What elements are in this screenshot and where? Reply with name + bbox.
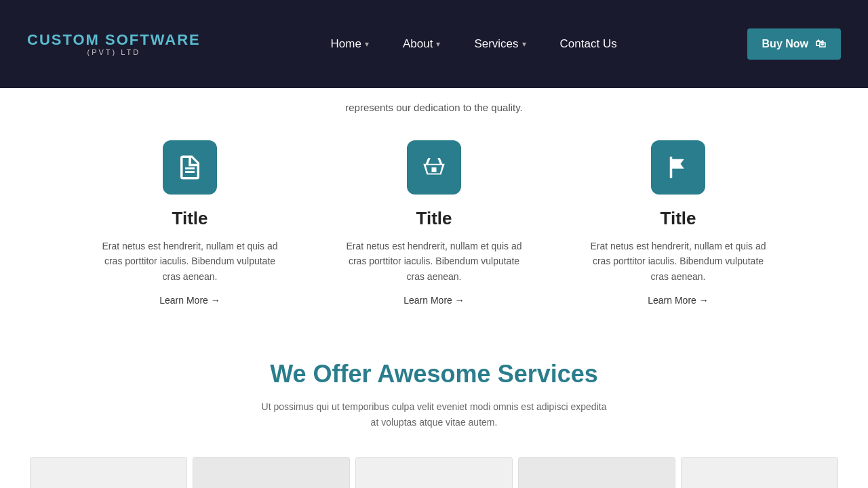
- buy-now-button[interactable]: Buy Now 🛍: [747, 28, 841, 60]
- card-2-title: Title: [416, 208, 452, 229]
- nav-links: Home ▾ About ▾ Services ▾ Contact Us: [317, 30, 631, 58]
- card-3-learn-more[interactable]: Learn More →: [648, 295, 708, 306]
- nav-label-about: About: [403, 37, 433, 51]
- nav-label-services: Services: [474, 37, 518, 51]
- nav-item-contact[interactable]: Contact Us: [547, 30, 631, 58]
- basket-icon: [420, 153, 448, 182]
- nav-link-services[interactable]: Services ▾: [460, 30, 539, 58]
- nav-link-contact[interactable]: Contact Us: [547, 30, 631, 58]
- card-1-icon-bg: [163, 140, 217, 195]
- nav-item-about[interactable]: About ▾: [389, 30, 454, 58]
- services-section: We Offer Awesome Services Ut possimus qu…: [0, 333, 868, 457]
- dropdown-arrow-home: ▾: [365, 39, 369, 49]
- card-3: Title Erat netus est hendrerit, nullam e…: [583, 140, 773, 306]
- service-cards-row: [0, 457, 868, 488]
- service-card-2: [193, 457, 350, 488]
- card-2-icon-bg: [407, 140, 461, 195]
- brand-name-top: CUSTOM SOFTWARE: [27, 32, 201, 48]
- brand-name-sub: (PVT) LTD: [27, 48, 201, 56]
- nav-link-home[interactable]: Home ▾: [317, 30, 382, 58]
- buy-now-label: Buy Now: [762, 38, 808, 50]
- card-3-title: Title: [660, 208, 696, 229]
- services-subtitle: Ut possimus qui ut temporibus culpa veli…: [258, 399, 610, 430]
- card-3-icon-bg: [651, 140, 705, 195]
- dropdown-arrow-about: ▾: [436, 39, 440, 49]
- card-1-desc: Erat netus est hendrerit, nullam et quis…: [95, 239, 285, 284]
- nav-item-home[interactable]: Home ▾: [317, 30, 382, 58]
- services-title-bold: Services: [498, 360, 598, 388]
- shopping-bag-icon: 🛍: [815, 38, 826, 50]
- document-icon: [176, 153, 204, 182]
- nav-item-services[interactable]: Services ▾: [460, 30, 539, 58]
- card-1-learn-more[interactable]: Learn More →: [159, 295, 220, 306]
- brand-logo: CUSTOM SOFTWARE (PVT) LTD: [27, 32, 201, 56]
- nav-link-about[interactable]: About ▾: [389, 30, 454, 58]
- service-card-4: [518, 457, 675, 488]
- service-card-3: [355, 457, 513, 488]
- services-title-plain: We Offer Awesome: [270, 360, 497, 388]
- nav-label-home: Home: [331, 37, 361, 51]
- card-1-title: Title: [172, 208, 208, 229]
- service-card-1: [30, 457, 187, 488]
- service-card-5: [681, 457, 838, 488]
- card-2: Title Erat netus est hendrerit, nullam e…: [339, 140, 529, 306]
- card-2-desc: Erat netus est hendrerit, nullam et quis…: [339, 239, 529, 284]
- sub-text-section: represents our dedication to the quality…: [0, 88, 868, 120]
- card-1: Title Erat netus est hendrerit, nullam e…: [95, 140, 285, 306]
- dropdown-arrow-services: ▾: [522, 39, 526, 49]
- card-2-learn-more[interactable]: Learn More →: [403, 295, 464, 306]
- nav-label-contact: Contact Us: [560, 37, 617, 51]
- navbar: CUSTOM SOFTWARE (PVT) LTD Home ▾ About ▾…: [0, 0, 868, 88]
- flag-icon: [664, 153, 692, 182]
- services-heading: We Offer Awesome Services: [27, 360, 841, 388]
- card-3-desc: Erat netus est hendrerit, nullam et quis…: [583, 239, 773, 284]
- sub-text: represents our dedication to the quality…: [27, 102, 841, 113]
- cards-section: Title Erat netus est hendrerit, nullam e…: [0, 120, 868, 333]
